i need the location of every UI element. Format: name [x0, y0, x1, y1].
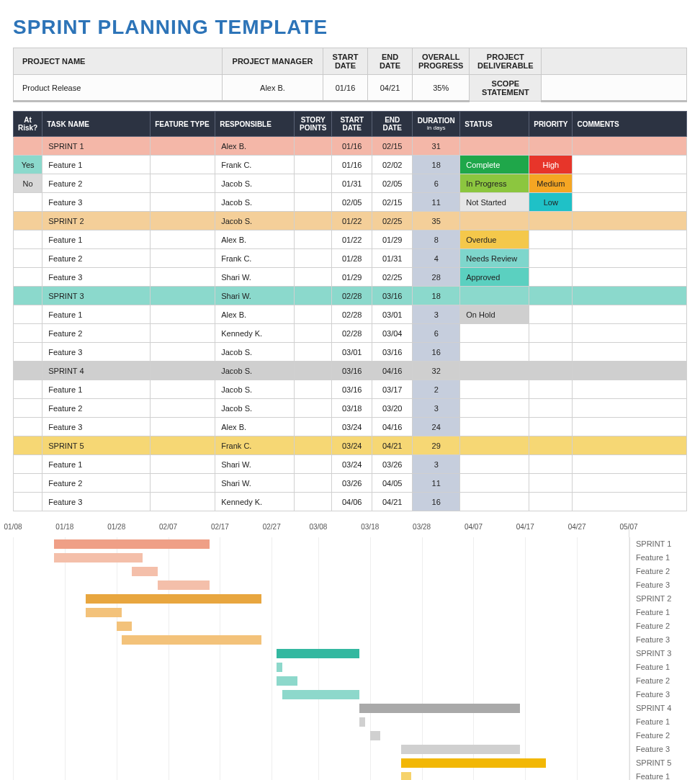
cell-at-risk[interactable]	[14, 474, 42, 493]
cell-end-date[interactable]: 02/02	[372, 156, 413, 174]
cell-end-date[interactable]: 03/04	[372, 324, 413, 343]
gantt-bar[interactable]	[54, 553, 142, 562]
cell-responsible[interactable]: Jacob S.	[215, 362, 295, 380]
cell-feature-type[interactable]	[151, 212, 215, 230]
cell-at-risk[interactable]	[14, 137, 42, 156]
cell-feature-type[interactable]	[151, 343, 215, 362]
cell-status[interactable]: Not Started	[460, 193, 529, 212]
cell-start-date[interactable]: 01/28	[332, 249, 372, 268]
cell-feature-type[interactable]	[151, 399, 215, 418]
cell-end-date[interactable]: 04/05	[372, 474, 413, 493]
cell-responsible[interactable]: Alex B.	[215, 137, 295, 156]
cell-story-points[interactable]	[295, 193, 332, 212]
gantt-bar[interactable]	[277, 663, 282, 672]
cell-end-date[interactable]: 03/17	[372, 380, 413, 399]
value-overall-progress[interactable]: 35%	[413, 75, 470, 102]
gantt-bar[interactable]	[86, 608, 122, 617]
cell-priority[interactable]	[529, 137, 573, 156]
cell-comments[interactable]	[573, 493, 687, 511]
cell-feature-type[interactable]	[151, 230, 215, 249]
cell-at-risk[interactable]	[14, 268, 42, 287]
cell-task-name[interactable]: Feature 1	[42, 156, 151, 174]
cell-start-date[interactable]: 02/28	[332, 305, 372, 324]
gantt-bar[interactable]	[277, 649, 359, 658]
cell-comments[interactable]	[573, 193, 687, 212]
gantt-bar[interactable]	[54, 539, 210, 549]
cell-start-date[interactable]: 03/24	[332, 418, 372, 436]
cell-story-points[interactable]	[295, 268, 332, 287]
cell-at-risk[interactable]	[14, 287, 42, 305]
cell-end-date[interactable]: 03/01	[372, 305, 413, 324]
cell-end-date[interactable]: 04/21	[372, 493, 413, 511]
cell-feature-type[interactable]	[151, 174, 215, 193]
cell-status[interactable]: Overdue	[460, 230, 529, 249]
cell-start-date[interactable]: 01/16	[332, 137, 372, 156]
cell-priority[interactable]	[529, 436, 573, 455]
cell-story-points[interactable]	[295, 436, 332, 455]
gantt-bar[interactable]	[359, 704, 520, 713]
gantt-bar[interactable]	[132, 567, 158, 576]
cell-comments[interactable]	[573, 399, 687, 418]
cell-story-points[interactable]	[295, 305, 332, 324]
gantt-bar[interactable]	[122, 635, 261, 645]
cell-at-risk[interactable]	[14, 249, 42, 268]
cell-comments[interactable]	[573, 212, 687, 230]
cell-story-points[interactable]	[295, 249, 332, 268]
cell-story-points[interactable]	[295, 324, 332, 343]
cell-task-name[interactable]: Feature 1	[42, 455, 151, 474]
cell-responsible[interactable]: Jacob S.	[215, 380, 295, 399]
cell-end-date[interactable]: 03/20	[372, 399, 413, 418]
cell-at-risk[interactable]	[14, 455, 42, 474]
cell-status[interactable]: Approved	[460, 268, 529, 287]
cell-status[interactable]: Needs Review	[460, 249, 529, 268]
cell-task-name[interactable]: SPRINT 1	[42, 137, 151, 156]
cell-story-points[interactable]	[295, 474, 332, 493]
cell-start-date[interactable]: 04/06	[332, 493, 372, 511]
cell-end-date[interactable]: 04/16	[372, 418, 413, 436]
cell-end-date[interactable]: 02/25	[372, 212, 413, 230]
cell-at-risk[interactable]	[14, 380, 42, 399]
cell-task-name[interactable]: SPRINT 5	[42, 436, 151, 455]
cell-start-date[interactable]: 01/22	[332, 212, 372, 230]
cell-at-risk[interactable]	[14, 305, 42, 324]
gantt-bar[interactable]	[401, 745, 520, 754]
cell-start-date[interactable]: 01/22	[332, 230, 372, 249]
cell-responsible[interactable]: Kennedy K.	[215, 493, 295, 511]
cell-start-date[interactable]: 01/29	[332, 268, 372, 287]
cell-task-name[interactable]: Feature 3	[42, 268, 151, 287]
cell-start-date[interactable]: 03/24	[332, 436, 372, 455]
cell-comments[interactable]	[573, 230, 687, 249]
cell-story-points[interactable]	[295, 493, 332, 511]
cell-feature-type[interactable]	[151, 193, 215, 212]
cell-status[interactable]	[460, 455, 529, 474]
cell-end-date[interactable]: 04/16	[372, 362, 413, 380]
gantt-bar[interactable]	[282, 690, 360, 699]
cell-at-risk[interactable]	[14, 324, 42, 343]
cell-comments[interactable]	[573, 268, 687, 287]
cell-start-date[interactable]: 02/28	[332, 324, 372, 343]
cell-story-points[interactable]	[295, 137, 332, 156]
cell-task-name[interactable]: Feature 3	[42, 343, 151, 362]
cell-at-risk[interactable]	[14, 193, 42, 212]
gantt-bar[interactable]	[370, 731, 380, 740]
cell-priority[interactable]: Medium	[529, 174, 573, 193]
cell-comments[interactable]	[573, 455, 687, 474]
cell-priority[interactable]	[529, 324, 573, 343]
cell-at-risk[interactable]	[14, 436, 42, 455]
cell-status[interactable]	[460, 418, 529, 436]
cell-comments[interactable]	[573, 436, 687, 455]
cell-feature-type[interactable]	[151, 156, 215, 174]
gantt-bar[interactable]	[401, 772, 411, 780]
cell-responsible[interactable]: Alex B.	[215, 230, 295, 249]
cell-status[interactable]	[460, 474, 529, 493]
cell-end-date[interactable]: 03/26	[372, 455, 413, 474]
cell-end-date[interactable]: 02/25	[372, 268, 413, 287]
cell-story-points[interactable]	[295, 156, 332, 174]
cell-priority[interactable]	[529, 305, 573, 324]
cell-priority[interactable]	[529, 380, 573, 399]
cell-story-points[interactable]	[295, 399, 332, 418]
gantt-bar[interactable]	[117, 622, 133, 631]
cell-responsible[interactable]: Jacob S.	[215, 399, 295, 418]
cell-status[interactable]: Complete	[460, 156, 529, 174]
cell-end-date[interactable]: 03/16	[372, 343, 413, 362]
